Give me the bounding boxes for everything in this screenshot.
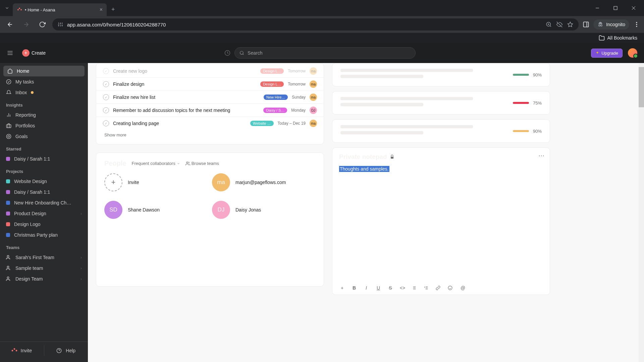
tab-close-icon[interactable]: ×	[100, 7, 103, 13]
person-item[interactable]: DJDaisy Jonas	[212, 201, 316, 219]
star-icon[interactable]	[567, 21, 573, 27]
invite-person-button[interactable]: +Invite	[104, 173, 208, 191]
browser-tab[interactable]: • Home - Asana ×	[13, 3, 107, 16]
sidebar-help-button[interactable]: Help	[44, 345, 88, 356]
task-complete-checkbox[interactable]	[103, 68, 109, 74]
task-date: Monday	[291, 108, 306, 113]
bullet-list-button[interactable]	[412, 286, 418, 290]
italic-button[interactable]: I	[363, 285, 369, 291]
add-element-button[interactable]: +	[339, 285, 345, 291]
site-settings-icon[interactable]	[58, 22, 63, 27]
browse-teams-button[interactable]: Browse teams	[185, 161, 219, 166]
task-assignee-avatar[interactable]: DJ	[310, 107, 317, 114]
underline-button[interactable]: U	[375, 285, 381, 291]
sidebar-item-inbox[interactable]: Inbox	[0, 87, 88, 98]
search-input[interactable]: Search	[234, 47, 416, 59]
link-button[interactable]	[436, 286, 442, 290]
scrollbar[interactable]	[639, 63, 644, 362]
starred-section-label: Starred	[0, 142, 88, 154]
task-project-tag[interactable]: Design L…	[260, 81, 284, 87]
browser-chrome: • Home - Asana × + app.asana.com/0/home/…	[0, 0, 644, 43]
url-input[interactable]: app.asana.com/0/home/1206160204288770	[52, 18, 579, 31]
task-complete-checkbox[interactable]	[103, 81, 109, 87]
upgrade-button[interactable]: Upgrade	[591, 49, 623, 58]
incognito-badge[interactable]: Incognito	[593, 19, 629, 29]
sidebar-item-project[interactable]: Christmas Party plan	[0, 230, 88, 240]
progress-card[interactable]: 75%	[332, 91, 550, 115]
forward-button[interactable]	[20, 18, 32, 31]
progress-card[interactable]: 90%	[332, 63, 550, 86]
svg-point-47	[186, 162, 188, 163]
task-project-tag[interactable]: Daisy / S…	[263, 108, 287, 113]
sidebar-item-project[interactable]: Product Design›	[0, 208, 88, 219]
task-complete-checkbox[interactable]	[103, 120, 109, 126]
mention-button[interactable]: @	[460, 285, 466, 291]
task-project-tag[interactable]: Design L…	[260, 68, 284, 74]
sidebar-item-project[interactable]: Daisy / Sarah 1:1	[0, 154, 88, 164]
sidebar-item-project[interactable]: Sample team›	[0, 263, 88, 274]
task-row[interactable]: Finalize new hire list New Hire… Sunday …	[96, 90, 324, 104]
maximize-icon[interactable]	[608, 3, 623, 13]
profile-avatar[interactable]	[628, 48, 637, 58]
person-item[interactable]: SDShane Dawson	[104, 201, 208, 219]
tabs-dropdown-icon[interactable]	[3, 4, 11, 12]
sidebar-item-reporting[interactable]: Reporting	[0, 110, 88, 120]
zoom-icon[interactable]	[546, 21, 552, 27]
bold-button[interactable]: B	[351, 285, 357, 291]
people-filter-dropdown[interactable]: Frequent collaborators	[132, 161, 180, 166]
person-item[interactable]: mamarjun@pageflows.com	[212, 173, 316, 191]
task-row[interactable]: Create new logo Design L… Tomorrow ma	[96, 65, 324, 77]
task-assignee-avatar[interactable]: ma	[310, 120, 317, 127]
sidebar-item-goals[interactable]: Goals	[0, 131, 88, 142]
chevron-right-icon: ›	[80, 212, 82, 216]
sidebar-item-project[interactable]: Website Design	[0, 176, 88, 187]
scrollbar-thumb[interactable]	[639, 67, 644, 107]
sidebar-invite-button[interactable]: Invite	[0, 345, 44, 356]
portfolio-icon	[6, 123, 11, 128]
sidebar-item-project[interactable]: Sarah's First Team›	[0, 252, 88, 263]
task-assignee-avatar[interactable]: ma	[310, 67, 317, 75]
notepad-textarea[interactable]: Thoughts and samples.	[339, 166, 543, 282]
task-row[interactable]: Remember to add discussion topics for th…	[96, 104, 324, 117]
close-window-icon[interactable]	[626, 3, 641, 13]
back-button[interactable]	[4, 18, 16, 31]
sidebar-item-project[interactable]: New Hire Onboarding Ch…	[0, 197, 88, 208]
sidebar-item-my-tasks[interactable]: My tasks	[0, 76, 88, 87]
app-header: + Create Search Upgrade	[0, 43, 644, 63]
menu-dots-icon[interactable]	[633, 21, 640, 28]
task-complete-checkbox[interactable]	[103, 94, 109, 100]
task-project-tag[interactable]: Website …	[250, 121, 274, 126]
task-project-tag[interactable]: New Hire…	[264, 95, 288, 100]
sidebar-item-home[interactable]: Home	[3, 66, 85, 76]
reload-button[interactable]	[36, 18, 48, 31]
sidebar-item-project[interactable]: Design Logo	[0, 219, 88, 230]
hamburger-icon[interactable]	[7, 50, 13, 56]
sidebar-item-project[interactable]: Daisy / Sarah 1:1	[0, 187, 88, 197]
show-more-button[interactable]: Show more	[96, 130, 324, 140]
team-icon	[6, 255, 11, 260]
history-icon[interactable]	[224, 50, 230, 56]
code-button[interactable]: <>	[399, 285, 406, 291]
notepad-card: ⋯ Private notepad Thoughts and samples. …	[332, 147, 550, 295]
task-row[interactable]: Creating landing page Website … Today – …	[96, 117, 324, 130]
eye-off-icon[interactable]	[556, 21, 562, 27]
task-assignee-avatar[interactable]: ma	[310, 94, 317, 101]
svg-line-16	[550, 25, 551, 26]
numbered-list-button[interactable]	[424, 286, 430, 290]
new-tab-button[interactable]: +	[108, 4, 118, 15]
minimize-icon[interactable]	[590, 3, 605, 13]
task-row[interactable]: Finalize design Design L… Tomorrow ma	[96, 77, 324, 90]
progress-card[interactable]: 90%	[332, 119, 550, 143]
notepad-menu-icon[interactable]: ⋯	[538, 152, 545, 159]
sidebar-item-portfolios[interactable]: Portfolios	[0, 120, 88, 131]
emoji-button[interactable]	[448, 286, 454, 290]
task-complete-checkbox[interactable]	[103, 107, 109, 113]
sidebar-item-project[interactable]: Design Team›	[0, 274, 88, 284]
task-assignee-avatar[interactable]: ma	[310, 80, 317, 88]
home-icon	[7, 68, 13, 74]
side-panel-icon[interactable]	[583, 21, 589, 28]
create-button[interactable]: + Create	[19, 47, 49, 59]
strikethrough-button[interactable]: S	[387, 285, 393, 291]
all-bookmarks-link[interactable]: All Bookmarks	[607, 35, 637, 41]
team-icon	[6, 265, 11, 271]
